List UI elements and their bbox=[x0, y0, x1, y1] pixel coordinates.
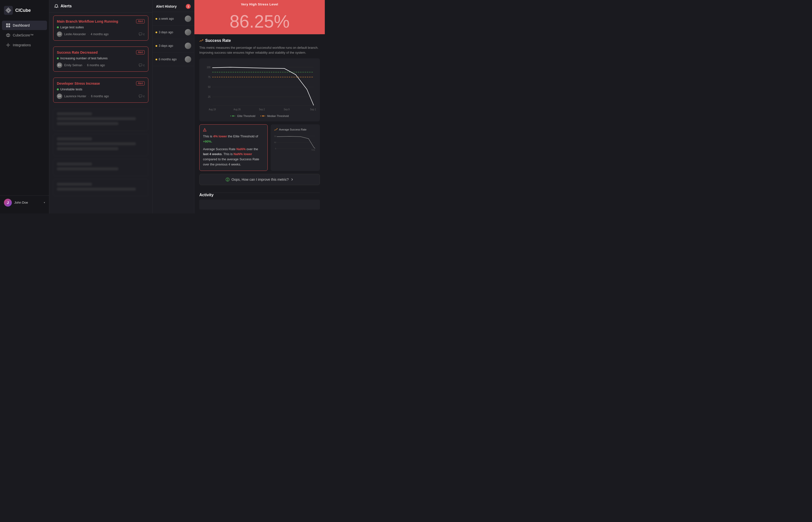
bell-icon bbox=[54, 4, 59, 8]
alert-time-3: 6 months ago bbox=[91, 95, 109, 98]
svg-rect-0 bbox=[4, 6, 13, 15]
alert-subtitle-text-1: Large test suites bbox=[60, 25, 84, 29]
history-time-2: 3 days ago bbox=[155, 31, 173, 34]
alert-title-1: Main Branch Workflow Long Running bbox=[57, 19, 133, 23]
alert-card-3[interactable]: Developer Stress Increase Alert Unreliab… bbox=[53, 78, 148, 103]
status-dot-3 bbox=[57, 88, 59, 91]
success-rate-chart: 100 75 50 25 Aug 19 Aug 26 Sep 2 Sep 9 bbox=[199, 58, 320, 121]
success-rate-title-text: Success Rate bbox=[205, 38, 231, 43]
alert-title-3: Developer Stress Increase bbox=[57, 81, 133, 85]
svg-text:0: 0 bbox=[275, 147, 276, 150]
alert-comment-2[interactable]: c bbox=[139, 63, 145, 67]
stress-value: 86.25% bbox=[194, 8, 325, 34]
history-dot-3 bbox=[155, 45, 157, 47]
comment-icon-2 bbox=[139, 63, 142, 67]
alert-time-2: 6 months ago bbox=[87, 63, 105, 67]
alerts-panel: Alerts Main Branch Workflow Long Running… bbox=[49, 0, 152, 214]
stat-nan2: NaN% lower bbox=[233, 152, 252, 156]
comment-icon-1 bbox=[139, 33, 142, 36]
alert-badge-1: Alert bbox=[136, 19, 145, 23]
history-item-2[interactable]: 3 days ago bbox=[152, 26, 194, 39]
improve-metric-label: Oops, How can I improve this metric? bbox=[232, 178, 289, 181]
history-time-3: 3 days ago bbox=[155, 44, 173, 47]
svg-text:Aug 26: Aug 26 bbox=[233, 108, 241, 111]
alert-card-2[interactable]: Success Rate Decreased Alert Increasing … bbox=[53, 46, 148, 72]
stat-threshold: +90%. bbox=[203, 140, 212, 143]
history-avatar-1 bbox=[185, 16, 191, 22]
integrations-icon bbox=[6, 43, 11, 47]
stat-body-text: Average Success Rate NaN% over the last … bbox=[203, 147, 264, 167]
legend-elite-icon bbox=[230, 115, 236, 117]
svg-text:25: 25 bbox=[208, 96, 210, 98]
svg-text:Sep 16: Sep 16 bbox=[310, 108, 316, 111]
stat-lower: 4% lower bbox=[213, 135, 227, 138]
history-time-text-4: 6 months ago bbox=[159, 58, 177, 61]
svg-point-32 bbox=[262, 116, 264, 117]
svg-text:50: 50 bbox=[208, 86, 210, 88]
blurred-card-1 bbox=[53, 108, 148, 131]
alert-subtitle-text-3: Unreliable tests bbox=[60, 87, 82, 91]
alert-footer-1: LA Leslie Alexander · 4 months ago c bbox=[57, 32, 145, 37]
svg-text:75: 75 bbox=[208, 76, 210, 79]
alert-card-1[interactable]: Main Branch Workflow Long Running Alert … bbox=[53, 16, 148, 41]
stat-middle: the Elite Threshold of bbox=[227, 135, 258, 138]
alert-footer-3: LH Laurence Hunter · 6 months ago c bbox=[57, 94, 145, 99]
history-avatar-4 bbox=[185, 56, 191, 63]
alert-comment-1[interactable]: c bbox=[139, 33, 145, 36]
sidebar-item-label-dashboard: Dashboard bbox=[13, 23, 30, 27]
svg-rect-2 bbox=[8, 23, 10, 25]
history-item-4[interactable]: 6 months ago bbox=[152, 53, 194, 66]
alert-comment-3[interactable]: c bbox=[139, 95, 145, 98]
blurred-card-4 bbox=[53, 179, 148, 196]
improve-metric-button[interactable]: Oops, How can I improve this metric? bbox=[199, 174, 320, 185]
success-rate-section: Success Rate This metric measures the pe… bbox=[194, 35, 325, 193]
svg-rect-12 bbox=[139, 95, 142, 97]
alert-subtitle-text-2: Increasing number of test failures bbox=[60, 56, 107, 60]
stat-card-chart: Average Success Rate 100 50 0 Sep bbox=[271, 124, 320, 171]
logo-icon bbox=[4, 6, 13, 15]
stat-warning-text: This is 4% lower the Elite Threshold of … bbox=[203, 134, 264, 144]
sidebar-item-cubescore[interactable]: CubeScore™ bbox=[2, 31, 47, 40]
svg-text:Sep 9: Sep 9 bbox=[284, 108, 290, 111]
legend-median: Median Threshold bbox=[260, 115, 289, 117]
alert-user-avatar-2: ES bbox=[57, 63, 62, 68]
app-name: CICube bbox=[15, 8, 31, 13]
alert-card-3-header: Developer Stress Increase Alert bbox=[57, 81, 145, 85]
alert-footer-2: ES Emily Selman · 6 months ago c bbox=[57, 63, 145, 68]
question-circle-icon bbox=[226, 178, 230, 181]
alert-title-2: Success Rate Decreased bbox=[57, 51, 133, 55]
blurred-alerts bbox=[49, 106, 152, 202]
dashboard-icon bbox=[6, 23, 11, 27]
history-item-3[interactable]: 3 days ago bbox=[152, 39, 194, 53]
stat-nan1: NaN% bbox=[236, 147, 246, 151]
chevron-right-icon bbox=[291, 178, 294, 181]
sidebar-item-dashboard[interactable]: Dashboard bbox=[2, 21, 47, 30]
svg-point-30 bbox=[232, 116, 234, 117]
user-profile[interactable]: J John Doe ▾ bbox=[0, 196, 49, 209]
svg-text:Sep 2: Sep 2 bbox=[259, 108, 265, 111]
alert-user-name-1: Leslie Alexander bbox=[64, 33, 86, 36]
warning-icon bbox=[203, 128, 206, 132]
alert-user-dot-1: · bbox=[88, 33, 88, 36]
stat-body-middle: over the bbox=[246, 147, 258, 151]
activity-title: Activity bbox=[199, 193, 320, 197]
history-title: Alert History bbox=[156, 4, 177, 8]
history-item-1[interactable]: a week ago bbox=[152, 12, 194, 26]
legend-median-icon bbox=[260, 115, 266, 117]
stress-level-label: Very High Stress Level bbox=[199, 2, 320, 6]
alert-user-avatar-1: LA bbox=[57, 32, 62, 37]
user-name: John Doe bbox=[14, 201, 41, 204]
mini-chart-title: Average Success Rate bbox=[279, 128, 307, 131]
sidebar-item-label-integrations: Integrations bbox=[13, 43, 31, 47]
chart-svg: 100 75 50 25 Aug 19 Aug 26 Sep 2 Sep 9 bbox=[203, 62, 316, 112]
alert-user-2: ES Emily Selman · 6 months ago bbox=[57, 63, 105, 68]
sidebar-item-integrations[interactable]: Integrations bbox=[2, 40, 47, 50]
stat-chart-header: Average Success Rate bbox=[274, 128, 316, 131]
history-dot-2 bbox=[155, 32, 157, 33]
stress-banner: Very High Stress Level bbox=[194, 0, 325, 8]
activity-placeholder bbox=[199, 200, 320, 209]
chevron-down-icon: ▾ bbox=[44, 201, 45, 204]
logo: CICube bbox=[0, 4, 49, 21]
alert-time-1: 4 months ago bbox=[90, 33, 108, 36]
success-rate-title: Success Rate bbox=[199, 38, 320, 43]
